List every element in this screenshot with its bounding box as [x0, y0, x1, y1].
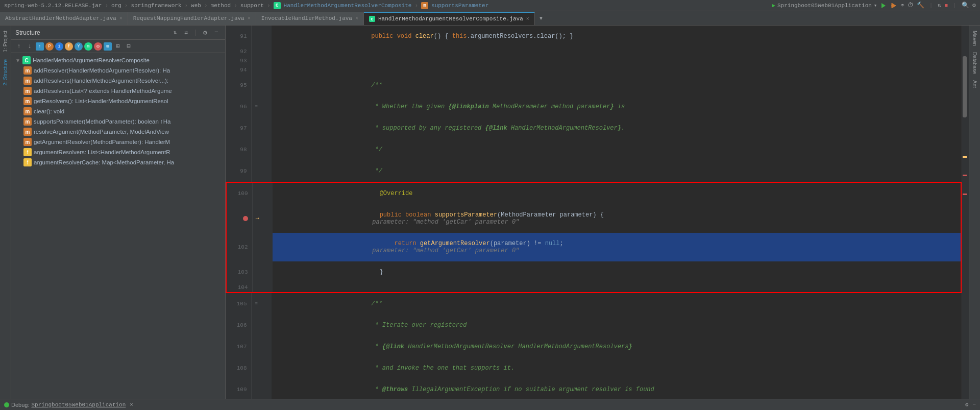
- tab-invocable[interactable]: InvocableHandlerMethod.java ×: [256, 12, 364, 25]
- debug-label: Debug:: [11, 402, 29, 408]
- line-num-96: 96: [226, 96, 251, 117]
- field-icon-2: f: [23, 158, 32, 166]
- structure-panel-title: Structure: [15, 29, 40, 36]
- line-num-102: 102: [227, 233, 252, 261]
- debug-button[interactable]: [890, 2, 897, 9]
- code-table-after: 105 ≡ /** 106: [226, 293, 962, 399]
- sort-alpha-button[interactable]: ⇅: [170, 28, 180, 37]
- tab-handler-composite[interactable]: C HandlerMethodArgumentResolverComposite…: [364, 12, 535, 25]
- breadcrumb-support[interactable]: support: [240, 3, 264, 9]
- bottom-minus-button[interactable]: −: [972, 401, 976, 408]
- content-area: 1: Project 2: Structure Structure ⇅ ⇄ | …: [0, 26, 980, 399]
- close-structure-button[interactable]: −: [212, 28, 221, 37]
- breadcrumb-method[interactable]: method: [211, 3, 231, 9]
- breadcrumb-bar: spring-web-5.2.12.RELEASE.jar › org › sp…: [0, 0, 980, 11]
- run-button[interactable]: [880, 2, 887, 9]
- table-row: 107 * {@link HandlerMethodArgumentResolv…: [226, 336, 962, 357]
- table-row: 91 public void clear() { this.argumentRe…: [226, 26, 962, 47]
- stop-button[interactable]: ■: [945, 3, 948, 9]
- tree-item-getresolvers[interactable]: m getResolvers(): List<HandlerMethodArgu…: [11, 96, 225, 106]
- line-num-93: 93: [226, 56, 251, 65]
- line-num-106: 106: [226, 315, 251, 336]
- build-button[interactable]: 🔨: [917, 2, 924, 9]
- tree-item-argumentresolvers[interactable]: f argumentResolvers: List<HandlerMethodA…: [11, 147, 225, 157]
- expand-all-button[interactable]: ⊞: [113, 42, 122, 51]
- tree-item-resolvearg[interactable]: m resolveArgument(MethodParameter, Model…: [11, 127, 225, 137]
- bottom-status-bar: Debug: Springboot05Web01Application × ⚙ …: [0, 399, 980, 410]
- tab-request-mapping[interactable]: RequestMappingHandlerAdapter.java ×: [128, 12, 256, 25]
- filter-fields-button[interactable]: f: [65, 42, 73, 51]
- tree-item-getargresolver[interactable]: m getArgumentResolver(MethodParameter): …: [11, 137, 225, 147]
- debug-close[interactable]: ×: [130, 402, 133, 408]
- tab-overflow-button[interactable]: ▾: [536, 14, 546, 22]
- structure-filter-toolbar: ↑ ↓ ↑ P i f Y m ◎ ⊞ ⊞ ⊟: [11, 40, 225, 53]
- table-row: 108 * and invoke the one that supports i…: [226, 357, 962, 379]
- structure-tab[interactable]: 2: Structure: [2, 56, 9, 89]
- search-global-button[interactable]: 🔍: [962, 2, 969, 9]
- filter-inherited-button[interactable]: ↑: [36, 42, 44, 51]
- line-num-100: 100: [227, 183, 252, 204]
- tab-close-composite[interactable]: ×: [526, 16, 529, 22]
- ant-tab[interactable]: Ant: [971, 77, 978, 91]
- structure-panel-header: Structure ⇅ ⇄ | ⚙ −: [11, 26, 225, 40]
- tree-item-addresolvers1[interactable]: m addResolvers(HandlerMethodArgumentReso…: [11, 76, 225, 86]
- table-row: 99 */: [226, 160, 962, 182]
- tree-item-addresolver[interactable]: m addResolver(HandlerMethodArgumentResol…: [11, 65, 225, 76]
- breadcrumb-springframework[interactable]: springframework: [131, 3, 181, 9]
- code-line-102: return getArgumentResolver(parameter) !=…: [273, 233, 961, 261]
- code-line-103: }: [273, 261, 961, 283]
- filter-types-button[interactable]: Y: [75, 42, 83, 51]
- settings-global-button[interactable]: ⚙: [972, 2, 976, 9]
- code-line-109: * @throws IllegalArgumentException if no…: [272, 379, 962, 399]
- breakpoint-101[interactable]: [243, 216, 248, 221]
- line-num-109: 109: [226, 379, 251, 399]
- breadcrumb-method-name[interactable]: supportsParameter: [431, 3, 488, 9]
- tree-item-addresolvers2[interactable]: m addResolvers(List<? extends HandlerMet…: [11, 86, 225, 96]
- top-right-toolbar: ▶ Springboot05Web01Application ▾ ☂ ⏱ 🔨 |…: [772, 2, 976, 9]
- maven-tab[interactable]: Maven: [971, 28, 978, 49]
- method-pub-icon-5: m: [23, 107, 32, 115]
- tab-abstract-handler[interactable]: AbstractHandlerMethodAdapter.java ×: [0, 12, 128, 25]
- coverage-button[interactable]: ☂: [900, 2, 904, 9]
- code-line-96: * Whether the given {@linkplain MethodPa…: [272, 96, 962, 117]
- filter-red-button[interactable]: ◎: [94, 42, 102, 51]
- tree-item-class[interactable]: ▼ C HandlerMethodArgumentResolverComposi…: [11, 55, 225, 65]
- tab-close-abstract[interactable]: ×: [119, 16, 122, 21]
- nav-down-button[interactable]: ↓: [25, 42, 34, 51]
- filter-blue-button[interactable]: ⊞: [104, 42, 112, 51]
- method-pub-icon: m: [23, 66, 32, 75]
- editor-tab-bar: AbstractHandlerMethodAdapter.java × Requ…: [0, 11, 980, 26]
- breadcrumb-jar[interactable]: spring-web-5.2.12.RELEASE.jar: [4, 3, 102, 9]
- run-config-selector[interactable]: ▶ Springboot05Web01Application ▾: [772, 2, 877, 9]
- editor-scrollbar[interactable]: [962, 26, 969, 399]
- gutter-fold-96[interactable]: ≡: [251, 96, 261, 117]
- debug-app-name[interactable]: Springboot05Web01Application: [31, 402, 126, 408]
- collapse-all-button[interactable]: ⊟: [124, 42, 133, 51]
- profile-button[interactable]: ⏱: [908, 2, 914, 9]
- breadcrumb-web[interactable]: web: [191, 3, 201, 9]
- bottom-settings-button[interactable]: ⚙: [965, 401, 969, 408]
- tab-close-request[interactable]: ×: [248, 16, 251, 21]
- gutter-extra-91: [251, 26, 261, 47]
- update-button[interactable]: ↻: [938, 2, 941, 9]
- scrollbar-thumb[interactable]: [963, 56, 967, 117]
- filter-public-button[interactable]: P: [45, 42, 54, 51]
- database-tab[interactable]: Database: [971, 49, 978, 77]
- sort-visibility-button[interactable]: ⇄: [182, 28, 191, 37]
- filter-info-button[interactable]: i: [55, 42, 63, 51]
- tree-item-clear[interactable]: m clear(): void: [11, 106, 225, 116]
- settings-structure-button[interactable]: ⚙: [201, 28, 210, 37]
- structure-toolbar: ⇅ ⇄ | ⚙ −: [170, 28, 221, 37]
- project-tab[interactable]: 1: Project: [2, 28, 9, 55]
- filter-methods-button[interactable]: m: [84, 42, 92, 51]
- tab-close-invocable[interactable]: ×: [355, 16, 358, 21]
- tree-item-supportsparam[interactable]: m supportsParameter(MethodParameter): bo…: [11, 116, 225, 127]
- gutter-fold-105[interactable]: ≡: [251, 293, 261, 315]
- tree-item-argumentresolvercache[interactable]: f argumentResolverCache: Map<MethodParam…: [11, 157, 225, 167]
- breadcrumb-org[interactable]: org: [111, 3, 121, 9]
- nav-up-button[interactable]: ↑: [14, 42, 23, 51]
- code-scroll-area[interactable]: 91 public void clear() { this.argumentRe…: [226, 26, 962, 399]
- breadcrumb-class[interactable]: HandlerMethodArgumentResolverComposite: [284, 3, 412, 9]
- line-num-104: 104: [227, 283, 252, 292]
- code-editor[interactable]: 91 public void clear() { this.argumentRe…: [226, 26, 962, 399]
